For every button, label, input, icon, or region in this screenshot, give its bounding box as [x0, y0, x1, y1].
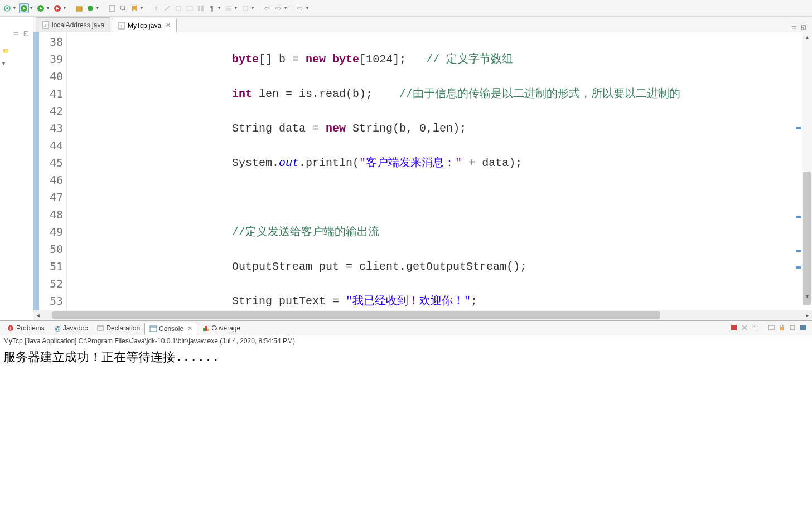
- line-number: 42: [39, 103, 63, 120]
- line-number: 50: [39, 241, 63, 258]
- last-edit-icon[interactable]: ⇨: [295, 3, 305, 13]
- search-icon[interactable]: [118, 3, 128, 13]
- svg-point-1: [6, 7, 8, 9]
- layout-icon[interactable]: [196, 3, 206, 13]
- dropdown-icon[interactable]: ▾: [252, 6, 256, 11]
- display-console-icon[interactable]: [799, 323, 808, 332]
- coverage-run-icon[interactable]: [36, 3, 46, 13]
- new-class-icon[interactable]: [85, 3, 95, 13]
- svg-rect-36: [800, 325, 806, 330]
- code-editor[interactable]: 38 39 40 41 42 43 44 45 46 47 48 49 50 5…: [33, 32, 812, 310]
- new-package-icon[interactable]: [74, 3, 84, 13]
- maximize-view-icon[interactable]: ◱: [801, 24, 809, 32]
- dropdown-icon[interactable]: ▾: [47, 6, 51, 11]
- dropdown-icon[interactable]: ▾: [218, 6, 223, 11]
- scroll-lock-icon[interactable]: [777, 323, 786, 332]
- separator: [259, 3, 259, 13]
- edit-icon[interactable]: [173, 3, 183, 13]
- dropdown-icon[interactable]: ▾: [13, 6, 18, 11]
- main-toolbar: ▾ ▾ ▾ ▾ ▾ ▾ ¶ ▾ ▾ ▾ ⇦ ⇨ ▾ ⇨ ▾: [0, 0, 812, 17]
- minimize-view-icon[interactable]: ▭: [791, 24, 799, 32]
- dropdown-icon[interactable]: ▾: [96, 6, 101, 11]
- toggle-mark-icon[interactable]: [129, 3, 139, 13]
- scroll-right-icon[interactable]: ▸: [803, 310, 812, 320]
- svg-rect-12: [187, 6, 192, 11]
- dropdown-icon[interactable]: ▾: [64, 6, 68, 11]
- tab-problems[interactable]: ! Problems: [2, 323, 49, 334]
- tab-console[interactable]: Console ✕: [144, 323, 197, 335]
- scroll-down-icon[interactable]: ▾: [802, 291, 812, 301]
- indent-icon[interactable]: [224, 3, 234, 13]
- pin-icon[interactable]: [151, 3, 161, 13]
- declaration-icon: [96, 324, 104, 332]
- console-output[interactable]: 服务器建立成功！正在等待连接......: [0, 347, 812, 515]
- svg-line-9: [124, 9, 126, 11]
- view-menu-icon[interactable]: ▾: [2, 60, 5, 66]
- tab-mytcp[interactable]: J MyTcp.java ✕: [112, 18, 177, 32]
- svg-text:J: J: [44, 23, 46, 28]
- svg-point-8: [120, 6, 125, 10]
- horizontal-scrollbar[interactable]: ◂ ▸: [33, 310, 812, 320]
- forward-icon[interactable]: ⇨: [273, 3, 283, 13]
- close-icon[interactable]: ✕: [187, 325, 192, 332]
- dropdown-icon[interactable]: ▾: [235, 6, 239, 11]
- svg-rect-35: [790, 325, 795, 330]
- scrollbar-thumb[interactable]: [52, 311, 660, 319]
- remove-terminated-icon[interactable]: [740, 323, 749, 332]
- remove-all-icon[interactable]: [751, 323, 760, 332]
- editor-area: ▭ ◱ 📁 ▾ J localAddress.java J MyTcp.java…: [0, 17, 812, 320]
- tab-localaddress[interactable]: J localAddress.java: [36, 17, 110, 32]
- console-launch-header: MyTcp [Java Application] C:\Program File…: [0, 335, 812, 347]
- tab-declaration[interactable]: Declaration: [92, 323, 144, 334]
- svg-rect-18: [243, 6, 248, 11]
- svg-rect-33: [768, 325, 774, 330]
- console-icon: [149, 325, 157, 333]
- close-icon[interactable]: ✕: [166, 22, 171, 29]
- coverage-icon: [202, 324, 210, 332]
- line-number: 39: [39, 51, 63, 68]
- clear-console-icon[interactable]: [767, 323, 776, 332]
- problems-icon: !: [7, 324, 14, 332]
- svg-point-6: [88, 6, 93, 11]
- tab-javadoc[interactable]: @ Javadoc: [49, 323, 93, 334]
- console-toolbar: [729, 323, 810, 333]
- dropdown-icon[interactable]: ▾: [141, 6, 145, 11]
- back-icon[interactable]: ⇦: [262, 3, 272, 13]
- minimize-icon[interactable]: ▭: [13, 30, 21, 38]
- overview-ruler[interactable]: [795, 32, 802, 301]
- terminate-icon[interactable]: [729, 323, 738, 332]
- line-number: 47: [39, 189, 63, 206]
- open-type-icon[interactable]: [107, 3, 117, 13]
- scrollbar-thumb[interactable]: [803, 172, 811, 305]
- svg-rect-32: [731, 325, 737, 330]
- tab-coverage[interactable]: Coverage: [197, 323, 245, 334]
- line-number: 53: [39, 293, 63, 310]
- svg-rect-31: [207, 329, 209, 331]
- restore-icon[interactable]: ◱: [23, 30, 31, 38]
- line-number: 48: [39, 206, 63, 223]
- vertical-scrollbar[interactable]: ▴ ▾: [802, 32, 812, 301]
- svg-line-10: [165, 6, 170, 11]
- svg-text:!: !: [9, 325, 11, 331]
- svg-text:@: @: [55, 325, 61, 332]
- line-number: 43: [39, 120, 63, 137]
- javadoc-icon: @: [54, 324, 61, 332]
- external-run-icon[interactable]: [52, 3, 62, 13]
- run-icon[interactable]: [19, 3, 29, 13]
- pilcrow-icon[interactable]: ¶: [207, 3, 217, 13]
- tab-label: MyTcp.java: [128, 22, 161, 30]
- wand-icon[interactable]: [162, 3, 172, 13]
- dropdown-icon[interactable]: ▾: [284, 6, 289, 11]
- scroll-up-icon[interactable]: ▴: [802, 32, 812, 42]
- pin-console-icon[interactable]: [788, 323, 797, 332]
- dropdown-icon[interactable]: ▾: [30, 6, 35, 11]
- scroll-left-icon[interactable]: ◂: [33, 310, 43, 320]
- package-explorer-icon[interactable]: 📁: [2, 48, 10, 56]
- debug-icon[interactable]: [2, 3, 12, 13]
- svg-rect-34: [780, 327, 784, 330]
- form-icon[interactable]: [185, 3, 195, 13]
- left-sidebar: ▭ ◱ 📁 ▾: [0, 17, 33, 320]
- dropdown-icon[interactable]: ▾: [306, 6, 311, 11]
- nav-icon[interactable]: [240, 3, 250, 13]
- code-text[interactable]: byte[] b = new byte[1024]; // 定义字节数组 int…: [67, 32, 812, 310]
